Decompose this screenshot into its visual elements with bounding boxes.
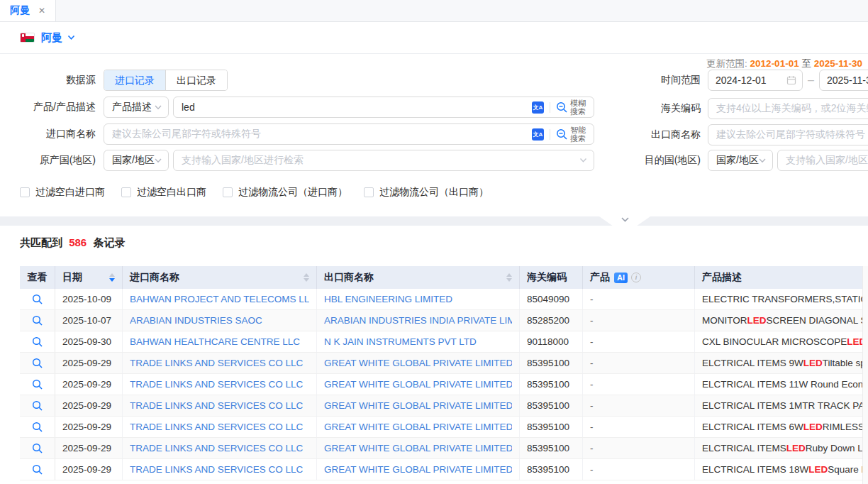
oman-flag-icon	[20, 33, 35, 43]
divider	[550, 102, 550, 113]
date-end-input[interactable]: 2025-11-30	[819, 70, 868, 91]
origin-type-select[interactable]: 国家/地区	[104, 150, 169, 171]
filter-checkbox-1[interactable]: 过滤空白出口商	[121, 186, 206, 199]
importer-link[interactable]: TRADE LINKS AND SERVICES CO LLC	[130, 464, 303, 475]
exporter-link[interactable]: GREAT WHITE GLOBAL PRIVATE LIMITED	[324, 358, 512, 368]
importer-cell: BAHWAN HEALTHCARE CENTRE LLC	[123, 331, 317, 352]
filter-checkbox-3[interactable]: 过滤物流公司（出口商）	[364, 186, 489, 199]
exporter-link[interactable]: GREAT WHITE GLOBAL PRIVATE LIMITED	[324, 400, 512, 411]
data-source-label: 数据源	[20, 74, 96, 87]
column-header-date[interactable]: 日期	[55, 266, 123, 289]
view-record-button[interactable]	[32, 358, 43, 369]
date-cell: 2025-09-29	[55, 374, 123, 395]
hs-code-input[interactable]: 支持4位以上海关编码，或2位海关编码加	[708, 98, 868, 119]
checkbox-icon[interactable]	[364, 187, 374, 197]
fuzzy-search-button[interactable]: 模糊搜索	[556, 99, 587, 116]
translate-icon[interactable]: 文A	[532, 101, 544, 114]
sort-asc-icon[interactable]	[109, 273, 115, 277]
smart-search-button[interactable]: 智能搜索	[556, 126, 587, 143]
importer-link[interactable]: TRADE LINKS AND SERVICES CO LLC	[130, 443, 303, 453]
filter-panel: 数据源 进口记录出口记录 产品/产品描述 产品描述 led 文A 模糊搜索 进口…	[0, 54, 868, 216]
checkbox-icon[interactable]	[20, 187, 30, 197]
view-record-button[interactable]	[32, 294, 43, 305]
importer-cell: TRADE LINKS AND SERVICES CO LLC	[123, 417, 317, 437]
column-header-exporter[interactable]: 出口商名称	[317, 266, 520, 289]
country-name[interactable]: 阿曼	[41, 31, 62, 45]
importer-input[interactable]: 建议去除公司尾部字符或特殊符号 文A 智能搜索	[104, 123, 594, 145]
magnifier-icon	[32, 315, 43, 326]
update-range-start: 2012-01-01	[750, 58, 799, 69]
destination-country-input[interactable]: 支持输入国家/地区进行检索	[777, 150, 868, 171]
view-record-button[interactable]	[32, 379, 43, 390]
exporter-link[interactable]: GREAT WHITE GLOBAL PRIVATE LIMITED	[324, 422, 512, 432]
description-cell: ELCTRICAL ITEMS 9W LED Tiltable sp...	[695, 353, 862, 373]
product-cell: -	[583, 331, 695, 352]
importer-link[interactable]: TRADE LINKS AND SERVICES CO LLC	[130, 379, 303, 390]
view-record-button[interactable]	[32, 400, 43, 412]
table-row: 2025-09-29TRADE LINKS AND SERVICES CO LL…	[20, 374, 862, 395]
destination-type-select[interactable]: 国家/地区	[708, 150, 773, 171]
sort-control[interactable]	[506, 273, 512, 282]
exporter-link[interactable]: HBL ENGINEERING LIMITED	[324, 294, 452, 304]
divider	[550, 129, 550, 140]
exporter-link[interactable]: GREAT WHITE GLOBAL PRIVATE LIMITED	[324, 464, 512, 475]
exporter-link[interactable]: N K JAIN INSTRUMENTS PVT LTD	[324, 336, 477, 347]
exporter-input[interactable]: 建议去除公司尾部字符或特殊符号	[708, 124, 868, 145]
data-source-option-0[interactable]: 进口记录	[104, 70, 166, 90]
product-cell: -	[583, 353, 695, 373]
data-source-option-1[interactable]: 出口记录	[166, 70, 227, 90]
view-record-button[interactable]	[32, 422, 43, 433]
hs-code-cell: 85049090	[520, 289, 583, 309]
filter-checkbox-0[interactable]: 过滤空白进口商	[20, 186, 105, 199]
checkbox-label: 过滤物流公司（进口商）	[238, 186, 347, 199]
exporter-link[interactable]: GREAT WHITE GLOBAL PRIVATE LIMITED	[324, 443, 512, 453]
sort-asc-icon[interactable]	[304, 273, 309, 277]
column-header-importer[interactable]: 进口商名称	[123, 266, 317, 289]
sort-asc-icon[interactable]	[506, 273, 512, 277]
product-value: -	[590, 400, 594, 411]
date-start-input[interactable]: 2024-12-01	[708, 70, 803, 91]
vertical-scrollbar[interactable]	[862, 266, 868, 484]
hs-code-cell: 85395100	[520, 395, 583, 416]
importer-link[interactable]: BAHWAN HEALTHCARE CENTRE LLC	[130, 336, 300, 347]
sort-control[interactable]	[304, 273, 309, 282]
product-value: -	[590, 358, 594, 368]
checkbox-icon[interactable]	[223, 187, 233, 197]
importer-link[interactable]: TRADE LINKS AND SERVICES CO LLC	[130, 358, 303, 368]
product-cell: -	[583, 374, 695, 395]
sort-desc-icon[interactable]	[506, 278, 512, 282]
filter-checkbox-2[interactable]: 过滤物流公司（进口商）	[223, 186, 347, 199]
origin-country-input[interactable]: 支持输入国家/地区进行检索	[173, 150, 594, 171]
importer-link[interactable]: TRADE LINKS AND SERVICES CO LLC	[130, 422, 303, 432]
importer-link[interactable]: ARABIAN INDUSTRIES SAOC	[130, 315, 262, 326]
view-record-button[interactable]	[32, 315, 43, 326]
importer-cell: BAHWAN PROJECT AND TELECOMS LLC	[123, 289, 317, 309]
exporter-link[interactable]: GREAT WHITE GLOBAL PRIVATE LIMITED	[324, 379, 512, 390]
tab-oman[interactable]: 阿曼 ✕	[0, 0, 56, 21]
importer-link[interactable]: BAHWAN PROJECT AND TELECOMS LLC	[130, 294, 309, 304]
product-search-input[interactable]: led 文A 模糊搜索	[173, 97, 594, 118]
translate-icon[interactable]: 文A	[532, 128, 544, 141]
importer-link[interactable]: TRADE LINKS AND SERVICES CO LLC	[130, 400, 303, 411]
view-cell	[20, 438, 55, 458]
description-cell: ELCTRICAL ITEMS LED Ruby Down Li...	[695, 438, 862, 458]
description-cell: ELECTRIC TRANSFORMERS,STATIC C...	[695, 289, 862, 309]
view-record-button[interactable]	[32, 336, 43, 348]
sort-control[interactable]	[109, 273, 115, 282]
chevron-down-icon[interactable]	[67, 35, 75, 40]
view-cell	[20, 289, 55, 309]
tab-title: 阿曼	[10, 4, 30, 17]
sort-desc-icon[interactable]	[109, 278, 115, 282]
checkbox-icon[interactable]	[121, 187, 131, 197]
view-record-button[interactable]	[32, 464, 43, 475]
info-icon[interactable]: i	[631, 273, 641, 282]
sort-desc-icon[interactable]	[304, 278, 309, 282]
collapse-panel-handle[interactable]	[599, 216, 650, 226]
close-icon[interactable]: ✕	[38, 6, 45, 16]
description-cell: ELCTRICAL ITEMS 6W LED RIMLESS ...	[695, 417, 862, 437]
exporter-link[interactable]: ARABIAN INDUSTRIES INDIA PRIVATE LIMIT..…	[324, 315, 512, 326]
product-type-select[interactable]: 产品描述	[104, 97, 169, 118]
description-text: SCREEN DIAGONAL S...	[767, 315, 863, 326]
description-text: MONITOR	[702, 315, 747, 326]
view-record-button[interactable]	[32, 443, 43, 454]
